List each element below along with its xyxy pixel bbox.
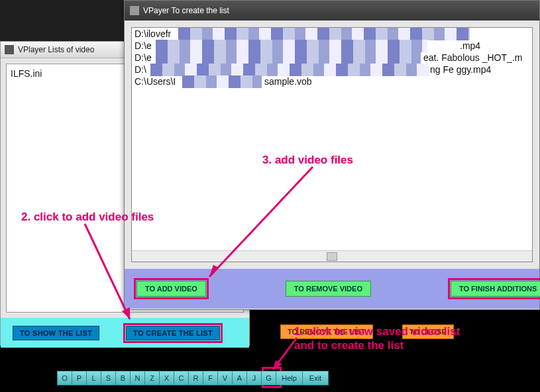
toolbar-btn-s[interactable]: S [101,371,115,385]
file-prefix: D:\ilovefr [135,28,171,39]
toolbar-btn-l[interactable]: L [86,371,101,385]
toolbar-btn-g[interactable]: G [261,371,276,385]
file-prefix: D:\ [135,64,146,75]
redacted-region [150,64,429,76]
file-row[interactable]: C:\Users\I sample.vob [132,75,532,87]
bottom-toolbar: O P L S B N Z X C R F V A J G Help Exit [57,371,329,385]
file-row[interactable]: D:\e eat. Fabolous _HOT_.m [132,52,532,64]
svg-line-4 [273,338,297,369]
toolbar-btn-b[interactable]: B [115,371,130,385]
file-suffix: eat. Fabolous _HOT_.m [423,52,522,63]
file-suffix: ng Fe ggy.mp4 [430,64,491,75]
toolbar-btn-p[interactable]: P [72,371,86,385]
lists-footer: TO SHOW THE LIST TO CREATE THE LIST [1,318,249,348]
redacted-region [156,52,421,64]
redacted-region [182,75,262,88]
create-list-button[interactable]: TO CREATE THE LIST [126,326,220,340]
redacted-region [178,28,470,40]
lists-title: VPlayer Lists of video [18,45,94,54]
toolbar-btn-j[interactable]: J [246,371,261,385]
create-titlebar[interactable]: VPayer To create the list [125,1,539,21]
file-prefix: C:\Users\I [135,76,176,87]
toolbar-btn-x[interactable]: X [159,371,174,385]
window-icon [130,6,139,15]
horizontal-scrollbar[interactable] [132,250,532,262]
file-prefix: D:\e [135,52,152,63]
create-list-window: VPayer To create the list D:\ilovefr D:\… [124,0,540,310]
redacted-region [156,40,427,52]
file-prefix: D:\e [135,40,152,51]
toolbar-btn-a[interactable]: A [232,371,246,385]
file-list[interactable]: D:\ilovefr D:\e .mp4 D:\e eat. Fabolous … [131,27,533,262]
toolbar-btn-f[interactable]: F [203,371,217,385]
toolbar-btn-r[interactable]: R [188,371,203,385]
orange-row: TO REMOVE THE LIST TO CLOSE [280,324,454,339]
finish-additions-button[interactable]: TO FINISH ADDITIONS [451,281,540,297]
toolbar-btn-exit[interactable]: Exit [302,371,329,385]
remove-list-button[interactable]: TO REMOVE THE LIST [280,324,373,339]
svg-marker-5 [273,360,282,369]
toolbar-btn-z[interactable]: Z [144,371,159,385]
toolbar-btn-v[interactable]: V [217,371,232,385]
file-suffix: sample.vob [264,76,312,87]
toolbar-btn-help[interactable]: Help [276,371,302,385]
toolbar-btn-c[interactable]: C [174,371,188,385]
file-suffix: .mp4 [460,40,480,51]
file-row[interactable]: D:\ ng Fe ggy.mp4 [132,64,532,75]
scrollbar-thumb[interactable] [327,252,337,261]
create-title: VPayer To create the list [143,6,229,15]
show-list-button[interactable]: TO SHOW THE LIST [13,326,99,340]
file-row[interactable]: D:\e .mp4 [132,40,532,52]
create-footer: TO ADD VIDEO TO REMOVE VIDEO TO FINISH A… [125,269,539,309]
toolbar-btn-o[interactable]: O [57,371,72,385]
toolbar-btn-n[interactable]: N [130,371,144,385]
window-icon [5,45,14,54]
close-button[interactable]: TO CLOSE [402,324,454,339]
add-video-button[interactable]: TO ADD VIDEO [136,281,206,297]
remove-video-button[interactable]: TO REMOVE VIDEO [286,281,371,297]
file-row[interactable]: D:\ilovefr [132,28,532,40]
background-dim [0,0,124,41]
